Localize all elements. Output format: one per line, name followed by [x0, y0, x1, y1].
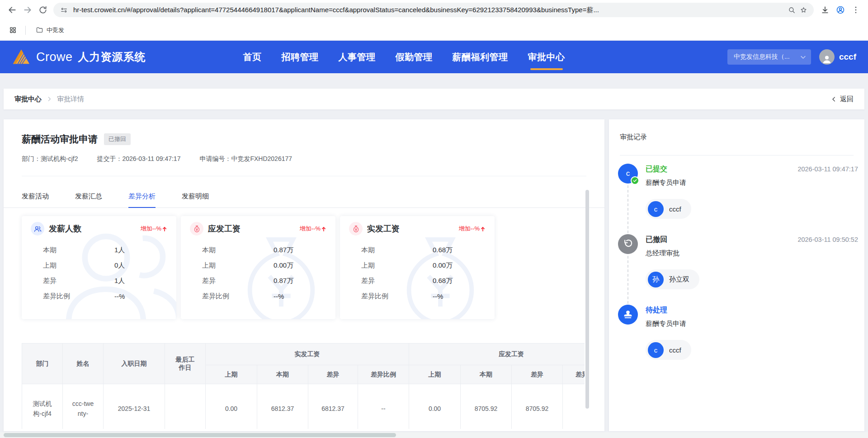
tab-payroll-activity[interactable]: 发薪活动: [22, 192, 49, 207]
url-text[interactable]: hr-test.croweit.cn/#/approval/details?ap…: [73, 6, 786, 14]
nav-compensation[interactable]: 薪酬福利管理: [453, 41, 508, 73]
status-withdrawn: 已撤回: [646, 235, 667, 245]
nav-attendance[interactable]: 假勤管理: [396, 41, 433, 73]
back-button[interactable]: [5, 2, 20, 18]
col-diff: 差异: [308, 365, 358, 384]
tab-payroll-detail[interactable]: 发薪明细: [182, 192, 209, 207]
detail-tabs: 发薪活动 发薪汇总 差异分析 发薪明细: [4, 176, 604, 208]
site-settings-icon[interactable]: [58, 4, 70, 16]
approval-log-card: 审批记录 c 已提交 2026-03-11 09:47:17: [609, 119, 864, 431]
nav-home[interactable]: 首页: [243, 41, 262, 73]
person-avatar: 孙: [648, 272, 664, 287]
group-net-pay: 实发工资: [206, 344, 409, 365]
stat-card-net-pay: 实发工资 增加--% 本期0.68万 上期0.00万 差异0.68万 差异比例-…: [340, 216, 495, 319]
person-icon: [821, 54, 832, 65]
folder-icon: [36, 26, 43, 34]
person-chip[interactable]: c cccf: [646, 199, 691, 219]
horizontal-scrollbar[interactable]: [0, 432, 868, 438]
bookmark-star-icon[interactable]: [797, 4, 809, 16]
timeline-item-withdrawn: 已撤回 2026-03-11 09:50:52 总经理审批 孙 孙立双: [618, 234, 859, 305]
person-name: cccf: [669, 346, 681, 354]
col-diff: 差异: [512, 365, 563, 384]
stat-trend: 增加--%: [459, 225, 486, 233]
browser-toolbar: hr-test.croweit.cn/#/approval/details?ap…: [0, 0, 868, 20]
bookmarks-bar: 中竞发: [0, 20, 868, 41]
col-name: 姓名: [63, 344, 104, 384]
back-link-label: 返回: [840, 95, 854, 104]
person-avatar: c: [648, 342, 664, 358]
diff-table-wrap[interactable]: 部门 姓名 入职日期 最后工作日 实发工资 应发工资 上期 本期 差异 差异比例: [22, 343, 585, 429]
bookmarks-separator: [25, 26, 26, 35]
person-name: 孙立双: [669, 275, 689, 284]
stat-card-headcount: 发薪人数 增加--% 本期1人 上期0人 差异1人 差异比例--%: [22, 216, 176, 319]
col-diff-ratio: 差异比例: [358, 365, 409, 384]
menu-button[interactable]: [848, 2, 863, 18]
zoom-icon[interactable]: [786, 4, 797, 16]
forward-button[interactable]: [20, 2, 35, 18]
chevron-down-icon: [800, 54, 807, 61]
tab-payroll-summary[interactable]: 发薪汇总: [75, 192, 102, 207]
detail-head: 薪酬活动审批申请 已撤回 部门：测试机构-cjf2 提交于：2026-03-11…: [4, 119, 604, 176]
timestamp: 2026-03-11 09:47:17: [797, 165, 859, 173]
approval-log-title: 审批记录: [620, 133, 854, 155]
stat-trend: 增加--%: [141, 225, 167, 233]
profile-button[interactable]: [833, 2, 848, 18]
pending-avatar: [618, 305, 638, 325]
people-icon: [31, 222, 44, 235]
person-chip[interactable]: c cccf: [646, 340, 691, 360]
avatar: [819, 49, 835, 65]
person-chip[interactable]: 孙 孙立双: [646, 269, 699, 289]
page-title: 薪酬活动审批申请: [22, 133, 98, 146]
meta-submitted: 提交于：2026-03-11 09:47:17: [97, 155, 180, 163]
reload-button[interactable]: [35, 2, 51, 18]
breadcrumb-current: 审批详情: [57, 95, 84, 104]
approval-detail-card: 薪酬活动审批申请 已撤回 部门：测试机构-cjf2 提交于：2026-03-11…: [4, 119, 604, 431]
breadcrumb-root[interactable]: 审批中心: [14, 95, 42, 104]
arrow-up-icon: [321, 226, 326, 232]
nav-approval-center[interactable]: 审批中心: [528, 41, 565, 73]
apps-grid-button[interactable]: [6, 24, 19, 37]
money-bag-icon: [349, 222, 363, 235]
status-badge: 已撤回: [104, 133, 131, 145]
downloads-button[interactable]: [817, 2, 833, 18]
stat-title: 实发工资: [367, 223, 400, 234]
node-name: 总经理审批: [646, 249, 859, 258]
stats-row: 发薪人数 增加--% 本期1人 上期0人 差异1人 差异比例--%: [22, 216, 604, 319]
address-bar[interactable]: hr-test.croweit.cn/#/approval/details?ap…: [53, 3, 814, 17]
col-last-work-day: 最后工作日: [165, 344, 206, 384]
stat-card-gross-pay: 应发工资 增加--% 本期0.87万 上期0.00万 差异0.87万 差异比例-…: [181, 216, 335, 319]
tab-diff-analysis[interactable]: 差异分析: [128, 192, 156, 207]
col-curr: 本期: [461, 365, 512, 384]
brand-crowe: Crowe: [36, 50, 73, 64]
arrow-right-icon: [23, 5, 32, 14]
timeline-item-pending: 待处理 薪酬专员申请 c cccf: [618, 305, 859, 375]
nav-personnel[interactable]: 人事管理: [339, 41, 376, 73]
back-link[interactable]: 返回: [830, 95, 854, 104]
node-name: 薪酬专员申请: [646, 179, 859, 187]
bookmark-folder[interactable]: 中竞发: [32, 24, 68, 36]
header-right: 中竞发信息科技（... cccf: [727, 49, 856, 65]
brand[interactable]: Crowe 人力资源系统: [12, 48, 146, 66]
vertical-scrollbar[interactable]: [585, 190, 589, 409]
page: 审批中心 审批详情 返回 薪酬活动审批申请 已撤回 部门：测试机构-cjf2 提…: [0, 73, 868, 438]
stat-title: 发薪人数: [49, 223, 81, 234]
stamp-icon: [623, 309, 633, 320]
col-prev: 上期: [206, 365, 257, 384]
timeline-item-submitted: c 已提交 2026-03-11 09:47:17 薪酬专员申请 c: [618, 164, 859, 234]
main-nav: 首页 招聘管理 人事管理 假勤管理 薪酬福利管理 审批中心: [243, 41, 565, 73]
user-chip[interactable]: cccf: [819, 49, 856, 65]
col-curr: 本期: [257, 365, 308, 384]
person-name: cccf: [669, 205, 681, 213]
meta-dept: 部门：测试机构-cjf2: [22, 155, 78, 163]
submitter-avatar: c: [618, 164, 638, 184]
content-row: 薪酬活动审批申请 已撤回 部门：测试机构-cjf2 提交于：2026-03-11…: [4, 119, 864, 431]
money-bag-icon: [190, 222, 203, 235]
system-name: 人力资源系统: [78, 50, 146, 64]
company-select-value: 中竞发信息科技（...: [734, 53, 800, 61]
kebab-menu-icon: [851, 5, 860, 14]
nav-recruit[interactable]: 招聘管理: [282, 41, 319, 73]
horizontal-scrollbar-thumb[interactable]: [4, 433, 396, 437]
col-diff-ratio: 差异比例: [563, 365, 585, 384]
company-select[interactable]: 中竞发信息科技（...: [727, 49, 811, 65]
detail-meta: 部门：测试机构-cjf2 提交于：2026-03-11 09:47:17 申请编…: [22, 155, 586, 176]
